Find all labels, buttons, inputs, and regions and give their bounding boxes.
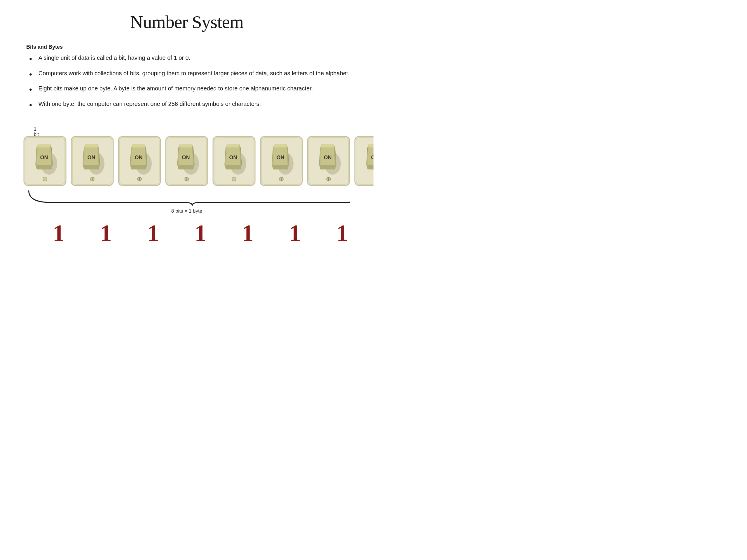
svg-marker-31 [130, 165, 147, 169]
section-heading: Bits and Bytes [26, 44, 350, 50]
bullet-item-1: A single unit of data is called a bit, h… [29, 54, 350, 65]
svg-text:ON: ON [277, 155, 284, 160]
svg-marker-28 [131, 144, 146, 148]
binary-digit-7: 1 [319, 220, 366, 246]
switches-row: ONONONONONONONON [23, 136, 350, 187]
binary-digit-2: 1 [82, 220, 130, 246]
switch-3: ON [118, 136, 161, 187]
svg-text:ON: ON [135, 155, 143, 160]
svg-marker-55 [225, 165, 241, 169]
binary-digit-8: 1 [366, 220, 374, 246]
bullet-item-2: Computers work with collections of bits,… [29, 69, 350, 80]
svg-marker-19 [83, 165, 100, 169]
svg-marker-64 [273, 144, 288, 148]
switch-4: ON [165, 136, 208, 187]
bullet-list: A single unit of data is called a bit, h… [29, 54, 350, 111]
page-title: Number System [23, 12, 350, 32]
svg-marker-91 [366, 165, 374, 169]
svg-marker-40 [179, 144, 193, 148]
svg-marker-79 [319, 165, 336, 169]
svg-text:ON: ON [182, 155, 190, 160]
binary-digit-1: 1 [35, 220, 82, 246]
switch-5: ON [212, 136, 256, 187]
binary-digit-5: 1 [224, 220, 272, 246]
svg-text:ON: ON [324, 155, 332, 160]
svg-text:ON: ON [40, 155, 48, 160]
svg-text:ON: ON [371, 155, 374, 160]
switch-8: ON [354, 136, 374, 187]
svg-marker-52 [226, 144, 240, 148]
binary-digit-3: 1 [130, 220, 177, 246]
binary-digit-4: 1 [177, 220, 224, 246]
switches-section: 1 bit ONONONONONONONON 8 bits = 1 byte [23, 123, 350, 214]
svg-marker-16 [84, 144, 99, 148]
switch-6: ON [260, 136, 303, 187]
svg-marker-4 [37, 144, 51, 148]
one-bit-label: 1 bit [34, 127, 39, 137]
bullet-item-3: Eight bits make up one byte. A byte is t… [29, 84, 350, 96]
brace-container [23, 190, 350, 207]
brace-label: 8 bits = 1 byte [23, 208, 350, 214]
svg-marker-43 [177, 165, 194, 169]
switch-2: ON [71, 136, 114, 187]
svg-marker-7 [35, 165, 53, 169]
svg-text:ON: ON [229, 155, 237, 160]
svg-marker-67 [272, 165, 289, 169]
bullet-item-4: With one byte, the computer can represen… [29, 100, 350, 111]
curly-brace-icon [23, 190, 350, 206]
binary-row: 11111111 [23, 220, 350, 246]
switch-1: ON [23, 136, 67, 187]
binary-digit-6: 1 [272, 220, 319, 246]
svg-text:ON: ON [87, 155, 96, 160]
svg-marker-76 [320, 144, 335, 148]
switch-7: ON [307, 136, 350, 187]
